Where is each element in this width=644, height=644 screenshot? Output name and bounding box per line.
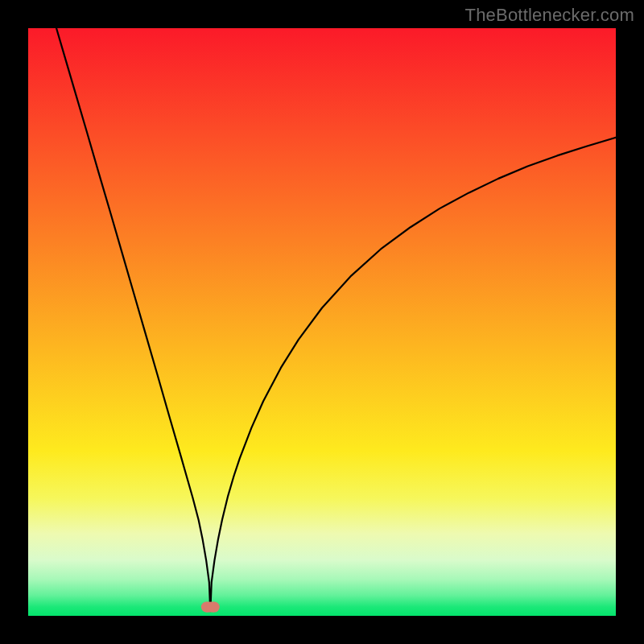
chart-frame: TheBottlenecker.com	[0, 0, 644, 644]
chart-svg	[28, 28, 616, 616]
plot-area	[28, 28, 616, 616]
watermark-text: TheBottlenecker.com	[465, 5, 634, 26]
gradient-background	[28, 28, 616, 616]
svg-rect-2	[206, 602, 214, 613]
vertex-marker	[201, 602, 220, 613]
